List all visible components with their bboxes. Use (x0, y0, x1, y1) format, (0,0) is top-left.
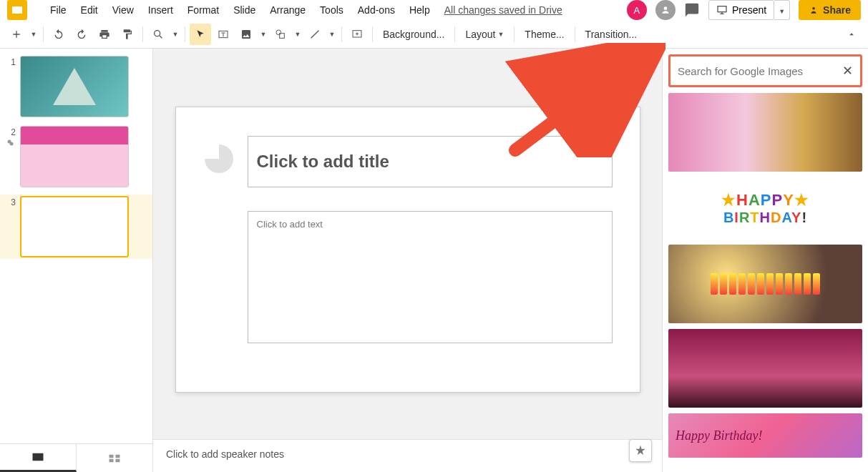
menu-tools[interactable]: Tools (314, 1, 349, 19)
svg-rect-12 (116, 454, 120, 458)
zoom-dropdown[interactable]: ▼ (170, 24, 180, 45)
image-result[interactable] (668, 329, 862, 408)
thumb-number: 2 (6, 126, 16, 137)
svg-rect-1 (718, 6, 726, 12)
image-result[interactable] (668, 93, 862, 172)
image-result[interactable]: ★HAPPY★ BIRTHDAY! (668, 177, 862, 239)
slide-thumbnail-1[interactable] (20, 56, 129, 117)
present-dropdown[interactable]: ▼ (774, 0, 790, 20)
save-status[interactable]: All changes saved in Drive (444, 4, 562, 16)
theme-button[interactable]: Theme... (519, 26, 570, 43)
svg-rect-13 (109, 458, 114, 462)
svg-rect-10 (33, 453, 44, 461)
print-button[interactable] (94, 24, 115, 45)
paint-format-button[interactable] (117, 24, 138, 45)
share-button[interactable]: Share (799, 0, 861, 20)
menu-format[interactable]: Format (182, 1, 225, 19)
image-dropdown[interactable]: ▼ (258, 24, 268, 45)
slide-canvas[interactable]: Click to add title Click to add text (175, 107, 640, 393)
transition-icon (6, 139, 15, 147)
shape-tool[interactable] (270, 24, 291, 45)
slide-thumbnail-2[interactable] (20, 126, 129, 187)
title-placeholder[interactable]: Click to add title (248, 136, 613, 187)
shape-dropdown[interactable]: ▼ (293, 24, 303, 45)
image-result[interactable] (668, 245, 862, 323)
user-avatar[interactable]: A (627, 0, 647, 20)
menubar: File Edit View Insert Format Slide Arran… (0, 0, 868, 20)
menu-slide[interactable]: Slide (228, 1, 261, 19)
menu-addons[interactable]: Add-ons (352, 1, 401, 19)
image-tool[interactable] (235, 24, 257, 45)
svg-rect-14 (116, 458, 120, 462)
menu-edit[interactable]: Edit (75, 1, 104, 19)
image-result[interactable]: Happy Birthday! (668, 413, 862, 458)
speaker-notes[interactable]: Click to add speaker notes (153, 439, 662, 472)
thumb-number: 1 (6, 56, 16, 67)
undo-button[interactable] (48, 24, 69, 45)
anon-avatar[interactable] (655, 0, 676, 20)
toolbar: ▼ ▼ ▼ ▼ ▼ Background... Layout▼ Theme...… (0, 20, 868, 49)
explore-button[interactable] (629, 439, 652, 462)
image-search-box: ✕ (668, 54, 862, 87)
menu-help[interactable]: Help (404, 1, 436, 19)
layout-button[interactable]: Layout▼ (459, 26, 509, 43)
menu-view[interactable]: View (107, 1, 140, 19)
body-text: Click to add text (257, 219, 603, 230)
comments-icon[interactable] (684, 2, 700, 18)
transition-button[interactable]: Transition... (580, 26, 643, 43)
canvas-area: Click to add title Click to add text Cli… (153, 49, 662, 472)
grid-view-button[interactable] (77, 444, 153, 472)
zoom-button[interactable] (147, 24, 169, 45)
line-tool[interactable] (304, 24, 326, 45)
slide-filmstrip: 1 2 3 (0, 49, 153, 472)
comment-button[interactable] (346, 24, 368, 45)
svg-rect-11 (109, 454, 114, 458)
slide-decoration (205, 144, 233, 173)
image-search-input[interactable] (678, 65, 842, 77)
line-dropdown[interactable]: ▼ (327, 24, 337, 45)
close-icon[interactable]: ✕ (842, 63, 853, 79)
chevron-down-icon: ▼ (497, 31, 504, 38)
background-button[interactable]: Background... (377, 26, 450, 43)
svg-point-3 (155, 30, 160, 36)
new-slide-button[interactable] (6, 24, 27, 45)
filmstrip-view-button[interactable] (0, 444, 77, 472)
present-button[interactable]: Present (708, 0, 774, 20)
view-switcher (0, 443, 153, 472)
menu-file[interactable]: File (44, 1, 72, 19)
redo-button[interactable] (71, 24, 92, 45)
result-text: BIRTHDAY! (723, 210, 807, 226)
svg-point-2 (812, 7, 815, 9)
new-slide-dropdown[interactable]: ▼ (29, 24, 39, 45)
title-text: Click to add title (257, 152, 389, 172)
share-label: Share (823, 4, 851, 16)
menu-arrange[interactable]: Arrange (264, 1, 311, 19)
thumb-number: 3 (6, 196, 16, 207)
result-text: ★HAPPY★ (721, 191, 809, 210)
body-placeholder[interactable]: Click to add text (248, 211, 613, 343)
present-label: Present (732, 4, 766, 16)
textbox-tool[interactable] (213, 24, 234, 45)
slides-logo-icon[interactable] (7, 0, 27, 20)
menu-insert[interactable]: Insert (142, 1, 179, 19)
collapse-toolbar-icon[interactable] (841, 24, 862, 45)
select-tool[interactable] (190, 24, 211, 45)
svg-point-0 (664, 6, 668, 10)
image-search-panel: ✕ ★HAPPY★ BIRTHDAY! Happy Birthday! (662, 49, 868, 472)
slide-thumbnail-3[interactable] (20, 196, 129, 257)
svg-point-9 (10, 142, 14, 146)
svg-point-5 (276, 30, 281, 35)
